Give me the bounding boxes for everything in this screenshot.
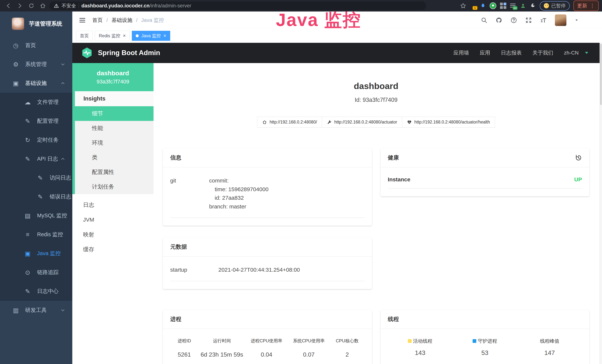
sba-menu-details[interactable]: 细节 [75, 106, 153, 121]
scrollbar-thumb[interactable] [600, 44, 602, 105]
sidebar-item-redis[interactable]: ≡ Redis 监控 [0, 225, 72, 244]
spring-boot-admin: Spring Boot Admin 应用墙 应用 日志报表 关于我们 zh-CN… [72, 43, 602, 364]
health-url-link[interactable]: http://192.168.0.2:48080/actuator/health [402, 117, 495, 128]
browser-extensions: 1 on 已暂停 更新 [460, 0, 599, 11]
divider [170, 281, 365, 281]
service-url-link[interactable]: http://192.168.0.2:48080/ [257, 117, 322, 128]
col-header: 进程CPU使用率 [245, 338, 288, 344]
search-icon[interactable] [481, 17, 487, 23]
pin-extension-icon[interactable] [480, 3, 486, 9]
sidebar-item-infra[interactable]: ▣ 基础设施 [0, 74, 72, 93]
table-icon: ▤ [24, 212, 32, 219]
github-icon[interactable] [495, 17, 502, 23]
extensions-puzzle-icon[interactable] [530, 3, 536, 9]
close-icon[interactable] [123, 33, 126, 38]
page-scrollbar[interactable] [600, 43, 602, 364]
sidebar-item-job[interactable]: ↻ 定时任务 [0, 130, 72, 150]
sba-menu-mappings[interactable]: 映射 [72, 227, 153, 242]
sba-nav-about[interactable]: 关于我们 [532, 49, 553, 56]
sba-menu-logs[interactable]: 日志 [72, 197, 153, 212]
list-extension-icon[interactable]: on [510, 3, 516, 9]
browser-menu-icon[interactable] [590, 3, 595, 9]
sidebar-item-mysql[interactable]: ▤ MySQL 监控 [0, 206, 72, 225]
sidebar-item-home[interactable]: ◷ 首页 [0, 36, 72, 55]
col-header: 系统CPU使用率 [288, 338, 330, 344]
col-header: 进程ID [170, 338, 198, 344]
browser-home-icon[interactable] [40, 3, 46, 9]
legend-peak-value: 147 [517, 349, 582, 356]
forward-icon[interactable] [17, 3, 23, 9]
home-icon [262, 120, 267, 125]
sba-nav-journal[interactable]: 日志报表 [501, 49, 522, 56]
gauge-icon: ◷ [12, 42, 20, 49]
sidebar-item-trace[interactable]: ⊙ 链路追踪 [0, 263, 72, 282]
breadcrumb-infra[interactable]: 基础设施 [107, 17, 132, 24]
fullscreen-icon[interactable] [525, 17, 532, 23]
sba-menu-metrics[interactable]: 性能 [75, 121, 153, 136]
sba-brand[interactable]: Spring Boot Admin [81, 47, 160, 59]
briefcase-icon: ▥ [12, 307, 20, 314]
green-extension-icon[interactable] [490, 2, 496, 9]
instance-header[interactable]: dashboard 93a3fc7f7409 [72, 63, 153, 91]
app-title: 芋道管理系统 [29, 20, 62, 28]
edit-icon: ✎ [24, 118, 32, 125]
status-badge: UP [574, 176, 582, 183]
tab-home[interactable]: 首页 [76, 31, 93, 41]
sidebar-item-dev-tools[interactable]: ▥ 研发工具 [0, 301, 72, 320]
page-title: dashboard [163, 81, 589, 91]
bookmark-star-icon[interactable] [460, 3, 466, 9]
help-icon[interactable] [510, 17, 517, 23]
info-value: commit: time: 1596289704000 id: 27aa832 … [209, 176, 269, 211]
sba-menu-classes[interactable]: 类 [75, 150, 153, 165]
tab-java[interactable]: Java 监控 [132, 31, 170, 41]
sidebar-item-access-log[interactable]: ✎ 访问日志 [0, 168, 72, 187]
sidebar-item-config[interactable]: ✎ 配置管理 [0, 112, 72, 130]
not-secure-warning-icon [54, 3, 59, 8]
update-button[interactable]: 更新 [573, 0, 599, 11]
insights-group: Insights 细节 性能 环境 类 配置属性 计划任务 [72, 91, 153, 194]
sidebar-item-system[interactable]: ⚙ 系统管理 [0, 55, 72, 74]
extension-on-badge: on [513, 6, 517, 10]
sba-menu-jvm[interactable]: JVM [72, 212, 153, 227]
sba-menu-scheduled-tasks[interactable]: 计划任务 [75, 180, 153, 194]
cell-pid: 5261 [170, 351, 198, 358]
user-menu-caret-icon[interactable] [575, 18, 579, 22]
font-size-icon[interactable] [540, 17, 547, 23]
security-label: 不安全 [62, 3, 76, 9]
sba-nav: 应用墙 应用 日志报表 关于我们 zh-CN [453, 49, 589, 56]
person-extension-icon[interactable] [520, 3, 526, 9]
user-avatar[interactable] [555, 14, 566, 26]
address-bar[interactable]: 不安全 dashboard.yudao.iocoder.cn/infra/adm… [49, 1, 426, 10]
sidebar-item-error-log[interactable]: ✎ 错误日志 [0, 187, 72, 206]
heart-icon [407, 120, 412, 125]
grid-extension-icon[interactable] [500, 3, 506, 9]
collapse-sidebar-icon[interactable] [79, 17, 86, 24]
info-card: 信息 git commit: time: 1596289704000 id: 2… [163, 148, 372, 226]
sidebar-item-log-center[interactable]: ✎ 日志中心 [0, 282, 72, 301]
sba-menu-caches[interactable]: 缓存 [72, 242, 153, 257]
sba-nav-language[interactable]: zh-CN [564, 50, 579, 56]
app-logo-row: 芋道管理系统 [0, 11, 72, 36]
legend-daemon: 守护进程 [452, 338, 517, 344]
monitor-icon: ▣ [12, 80, 20, 87]
history-icon[interactable] [575, 154, 582, 161]
sidebar-item-file[interactable]: ☁ 文件管理 [0, 93, 72, 112]
tab-redis[interactable]: Redis 监控 [95, 31, 129, 41]
extension-orange-icon[interactable]: 1 [470, 3, 476, 9]
reload-icon[interactable] [28, 3, 34, 9]
update-label: 更新 [577, 2, 587, 9]
actuator-url-link[interactable]: http://192.168.0.2:48080/actuator [322, 117, 402, 128]
breadcrumb-home[interactable]: 首页 [92, 17, 103, 24]
sidebar-item-java[interactable]: ▣ Java 监控 [0, 244, 72, 263]
close-icon[interactable] [163, 33, 166, 38]
app-logo [12, 18, 24, 30]
sidebar-item-api-log[interactable]: ✎ API 日志 [0, 150, 72, 168]
back-icon[interactable] [5, 3, 11, 9]
paused-pill[interactable]: 已暂停 [540, 1, 570, 11]
metadata-card: 元数据 startup 2021-04-27T00:44:31.254+08:0… [163, 237, 372, 289]
language-caret-icon[interactable] [584, 50, 589, 56]
sba-nav-wallboard[interactable]: 应用墙 [453, 49, 469, 56]
sba-nav-applications[interactable]: 应用 [480, 49, 490, 56]
sba-menu-environment[interactable]: 环境 [75, 136, 153, 150]
sba-menu-config-props[interactable]: 配置属性 [75, 165, 153, 180]
